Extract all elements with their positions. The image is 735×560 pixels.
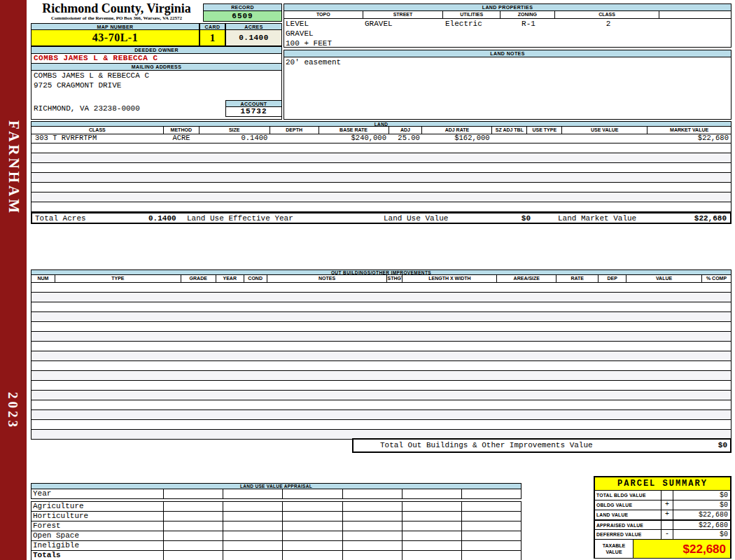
land-use-appraisal-cell bbox=[283, 502, 342, 512]
land-use-appraisal-row: Year bbox=[31, 489, 522, 499]
topo-value: 100 + FEET bbox=[284, 38, 363, 48]
land-use-appraisal-cell bbox=[402, 541, 462, 551]
parcel-summary-operator bbox=[662, 491, 673, 500]
land-use-appraisal-cell bbox=[223, 512, 283, 522]
card-value: 1 bbox=[200, 30, 225, 46]
land-use-appraisal-cell bbox=[402, 512, 462, 522]
land-use-appraisal-cell bbox=[223, 502, 283, 512]
out-buildings-column-header: NUM bbox=[31, 275, 55, 283]
land-properties-column-header: STREET bbox=[363, 11, 444, 19]
land-use-appraisal-cell bbox=[164, 551, 223, 560]
land-column-header: USE VALUE bbox=[562, 127, 648, 134]
card-label: CARD bbox=[200, 23, 225, 30]
parcel-summary-row-value: $22,680 bbox=[673, 510, 730, 520]
land-use-appraisal-cell bbox=[343, 522, 402, 531]
out-buildings-column-header: COND bbox=[244, 275, 267, 283]
parcel-summary-row-value: $0 bbox=[673, 500, 730, 510]
land-use-effective-year-label: Land Use Effective Year bbox=[187, 214, 293, 223]
land-column-header: ADJ bbox=[389, 127, 423, 134]
land-use-appraisal-cell bbox=[402, 551, 462, 560]
land-use-value-cell bbox=[561, 134, 647, 143]
zoning-value: R-1 bbox=[501, 19, 556, 29]
land-column-header: SZ ADJ TBL bbox=[492, 127, 527, 134]
land-use-appraisal-cell bbox=[462, 489, 522, 499]
out-buildings-empty-row bbox=[31, 332, 732, 342]
land-depth-cell bbox=[270, 134, 318, 143]
land-market-value-cell: $22,680 bbox=[647, 134, 731, 143]
out-buildings-column-header: STHGT bbox=[387, 275, 402, 283]
land-use-appraisal-cell bbox=[402, 522, 462, 531]
mailing-address-line: 9725 CRAGMONT DRIVE bbox=[31, 80, 281, 90]
land-adj-rate-cell: $162,000 bbox=[422, 134, 492, 143]
land-use-appraisal-row-label: Agriculture bbox=[31, 502, 164, 512]
land-properties-column-header: ZONING bbox=[500, 11, 555, 19]
out-buildings-column-header: % COMP bbox=[702, 275, 732, 283]
land-use-type-cell bbox=[527, 134, 562, 143]
map-number-value: 43-70L-1 bbox=[31, 30, 200, 46]
street-value: GRAVEL bbox=[363, 19, 444, 29]
utilities-value: Electric bbox=[444, 19, 501, 29]
land-properties-column-header: TOPO bbox=[284, 11, 363, 19]
land-table-empty-rows bbox=[31, 144, 732, 212]
out-buildings-column-header: TYPE bbox=[55, 275, 181, 283]
parcel-summary-row-value: $22,680 bbox=[673, 521, 730, 530]
land-use-appraisal-cell bbox=[462, 502, 522, 512]
out-buildings-empty-row bbox=[31, 410, 732, 420]
acres-value: 0.1400 bbox=[225, 30, 282, 46]
out-buildings-empty-row bbox=[31, 302, 732, 312]
land-totals-row: Total Acres 0.1400 Land Use Effective Ye… bbox=[31, 212, 732, 224]
land-table-empty-row bbox=[31, 144, 732, 153]
land-use-appraisal-cell bbox=[164, 541, 223, 551]
land-use-appraisal-row: Ineligible bbox=[31, 541, 522, 551]
land-use-appraisal-cell bbox=[343, 512, 402, 522]
total-acres-value: 0.1400 bbox=[148, 214, 176, 223]
class-value: 2 bbox=[556, 19, 661, 29]
deeded-owner-label: DEEDED OWNER bbox=[31, 47, 281, 54]
land-use-appraisal-cell bbox=[283, 512, 342, 522]
land-use-appraisal-cell bbox=[283, 522, 342, 531]
record-value: 6509 bbox=[203, 11, 282, 22]
account-box: ACCOUNT 15732 bbox=[225, 100, 282, 117]
land-use-appraisal-table: LAND USE VALUE APPRAISAL Year Agricultur… bbox=[31, 483, 522, 560]
out-buildings-total-value: $0 bbox=[718, 440, 730, 451]
land-notes-text: 20' easement bbox=[284, 57, 731, 67]
land-column-header: DEPTH bbox=[270, 127, 319, 134]
parcel-summary-row-value: $0 bbox=[673, 491, 730, 500]
land-table-empty-row bbox=[31, 192, 732, 202]
out-buildings-total-row: $0 Total Out Buildings & Other Improveme… bbox=[352, 438, 732, 453]
land-use-appraisal-cell bbox=[223, 522, 283, 531]
land-table-empty-row bbox=[31, 173, 732, 183]
deeded-owner-name: COMBS JAMES L & REBECCA C bbox=[31, 54, 281, 64]
out-buildings-column-header: GRADE bbox=[181, 275, 216, 283]
card-box: CARD 1 bbox=[200, 23, 225, 46]
land-use-appraisal-cell bbox=[462, 512, 522, 522]
land-table-empty-row bbox=[31, 202, 732, 212]
map-number-label: MAP NUMBER bbox=[31, 23, 200, 30]
land-table-empty-row bbox=[31, 183, 732, 192]
land-table: LAND CLASSMETHODSIZEDEPTHBASE RATEADJADJ… bbox=[31, 121, 732, 224]
out-buildings-header-row: NUMTYPEGRADEYEARCONDNOTESSTHGTLENGTH X W… bbox=[31, 275, 732, 283]
land-column-header: USE TYPE bbox=[527, 127, 562, 134]
out-buildings-empty-row bbox=[31, 381, 732, 391]
out-buildings-empty-row bbox=[31, 391, 732, 400]
mailing-address-label: MAILING ADDRESS bbox=[31, 64, 281, 71]
parcel-summary-row-label: DEFERRED VALUE bbox=[595, 530, 662, 540]
parcel-summary-row-label: APPRAISED VALUE bbox=[595, 521, 662, 530]
land-table-data-row: 303 T RVRFRTPM ACRE 0.1400 $240,000 25.0… bbox=[31, 134, 732, 144]
county-title: Richmond County, Virginia bbox=[31, 1, 202, 15]
land-use-appraisal-row-label: Year bbox=[31, 489, 164, 499]
land-column-header: METHOD bbox=[164, 127, 200, 134]
land-use-appraisal-cell bbox=[462, 541, 522, 551]
land-use-appraisal-cell bbox=[402, 502, 462, 512]
land-use-appraisal-row: Forest bbox=[31, 522, 522, 531]
land-use-appraisal-cell bbox=[402, 489, 462, 499]
land-use-appraisal-cell bbox=[164, 512, 223, 522]
out-buildings-empty-row bbox=[31, 351, 732, 361]
mailing-address-line: COMBS JAMES L & REBECCA C bbox=[31, 71, 281, 80]
district-year-sidebar: FARNHAM 2023 bbox=[0, 0, 27, 560]
land-column-header: SIZE bbox=[200, 127, 270, 134]
land-table-title: LAND bbox=[31, 121, 732, 127]
parcel-summary-row: TOTAL BLDG VALUE$0 bbox=[595, 491, 730, 500]
out-buildings-column-header: LENGTH X WIDTH bbox=[402, 275, 497, 283]
out-buildings-column-header: YEAR bbox=[216, 275, 244, 283]
